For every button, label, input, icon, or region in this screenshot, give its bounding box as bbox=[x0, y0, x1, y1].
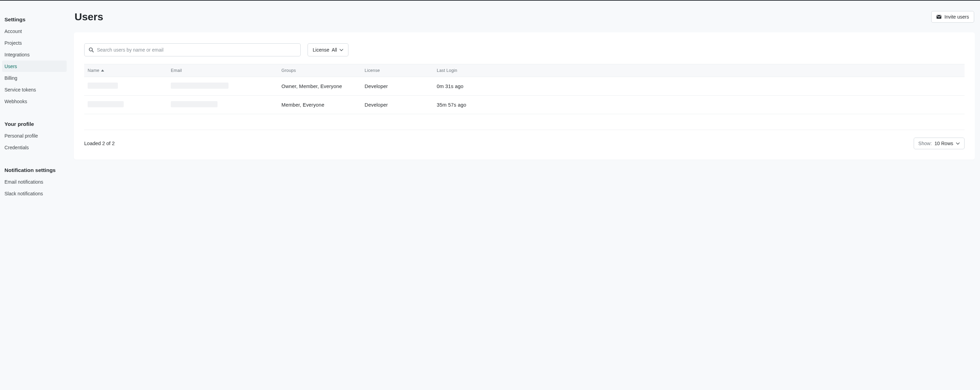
svg-line-2 bbox=[92, 51, 94, 52]
show-label: Show: bbox=[918, 141, 932, 146]
sidebar-item-account[interactable]: Account bbox=[2, 26, 67, 37]
license-filter-label: License bbox=[313, 47, 329, 53]
sidebar-item-integrations[interactable]: Integrations bbox=[2, 49, 67, 60]
sidebar-item-webhooks[interactable]: Webhooks bbox=[2, 96, 67, 107]
td-groups: Owner, Member, Everyone bbox=[282, 83, 364, 89]
redacted-email bbox=[171, 83, 229, 89]
nav-heading-notification-settings: Notification settings bbox=[2, 165, 67, 176]
search-input[interactable] bbox=[84, 43, 301, 56]
mail-icon bbox=[936, 15, 942, 19]
th-license-label: License bbox=[364, 68, 380, 73]
table-row[interactable]: Owner, Member, Everyone Developer 0m 31s… bbox=[84, 77, 964, 96]
td-groups: Member, Everyone bbox=[282, 102, 364, 108]
sidebar-item-projects[interactable]: Projects bbox=[2, 37, 67, 48]
invite-users-label: Invite users bbox=[944, 14, 969, 19]
td-email bbox=[171, 101, 282, 108]
sidebar-nav: Settings Account Projects Integrations U… bbox=[0, 1, 69, 390]
sort-asc-icon bbox=[101, 69, 104, 72]
td-license: Developer bbox=[364, 102, 437, 108]
th-groups[interactable]: Groups bbox=[282, 68, 364, 73]
td-email bbox=[171, 83, 282, 90]
main-content: Users Invite users bbox=[69, 1, 980, 390]
th-name[interactable]: Name bbox=[88, 68, 171, 73]
license-filter-button[interactable]: License All bbox=[307, 43, 348, 56]
license-filter-value: All bbox=[332, 47, 337, 53]
td-name bbox=[88, 101, 171, 108]
redacted-name bbox=[88, 101, 124, 107]
th-email[interactable]: Email bbox=[171, 68, 282, 73]
td-last-login: 0m 31s ago bbox=[437, 83, 961, 89]
nav-heading-settings: Settings bbox=[2, 14, 67, 26]
td-name bbox=[88, 83, 171, 90]
chevron-down-icon bbox=[339, 49, 343, 51]
sidebar-item-credentials[interactable]: Credentials bbox=[2, 142, 67, 153]
sidebar-item-slack-notifications[interactable]: Slack notifications bbox=[2, 188, 67, 199]
th-license[interactable]: License bbox=[364, 68, 437, 73]
redacted-email bbox=[171, 101, 218, 107]
users-panel: License All Name Emai bbox=[74, 32, 975, 160]
td-last-login: 35m 57s ago bbox=[437, 102, 961, 108]
th-last-login-label: Last Login bbox=[437, 68, 457, 73]
th-last-login[interactable]: Last Login bbox=[437, 68, 961, 73]
th-name-label: Name bbox=[88, 68, 99, 73]
table-row[interactable]: Member, Everyone Developer 35m 57s ago bbox=[84, 96, 964, 114]
th-email-label: Email bbox=[171, 68, 182, 73]
invite-users-button[interactable]: Invite users bbox=[931, 11, 974, 23]
search-icon bbox=[89, 48, 94, 53]
th-groups-label: Groups bbox=[282, 68, 296, 73]
redacted-name bbox=[88, 83, 118, 89]
sidebar-item-service-tokens[interactable]: Service tokens bbox=[2, 84, 67, 95]
rows-per-page-button[interactable]: Show: 10 Rows bbox=[914, 137, 964, 149]
sidebar-item-personal-profile[interactable]: Personal profile bbox=[2, 130, 67, 141]
page-title: Users bbox=[75, 11, 103, 23]
chevron-down-icon bbox=[956, 142, 960, 145]
sidebar-item-email-notifications[interactable]: Email notifications bbox=[2, 176, 67, 187]
loaded-text: Loaded 2 of 2 bbox=[84, 141, 115, 146]
table-header: Name Email Groups License Last Login bbox=[84, 64, 964, 77]
rows-value: 10 Rows bbox=[935, 141, 953, 146]
nav-heading-your-profile: Your profile bbox=[2, 118, 67, 130]
sidebar-item-users[interactable]: Users bbox=[2, 61, 67, 72]
td-license: Developer bbox=[364, 83, 437, 89]
sidebar-item-billing[interactable]: Billing bbox=[2, 72, 67, 83]
